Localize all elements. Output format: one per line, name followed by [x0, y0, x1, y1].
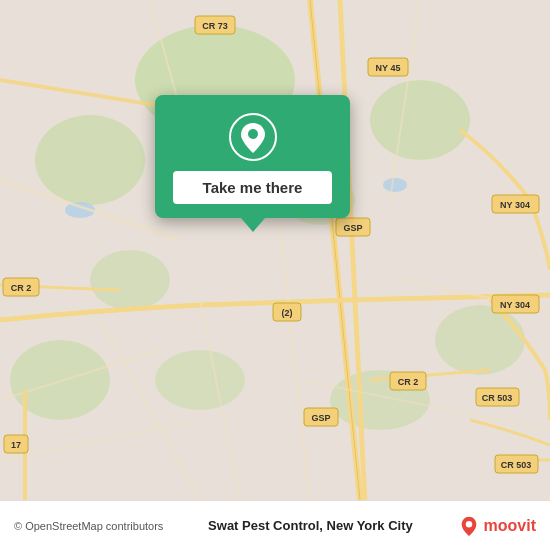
- svg-text:CR 503: CR 503: [482, 393, 513, 403]
- svg-point-3: [90, 250, 170, 310]
- take-me-there-button[interactable]: Take me there: [173, 171, 332, 204]
- location-title: Swat Pest Control, New York City: [163, 518, 457, 533]
- svg-point-9: [155, 350, 245, 410]
- svg-text:CR 2: CR 2: [11, 283, 32, 293]
- bottom-bar: © OpenStreetMap contributors Swat Pest C…: [0, 500, 550, 550]
- moovit-text: moovit: [484, 517, 536, 535]
- svg-point-52: [465, 520, 471, 526]
- moovit-logo: moovit: [458, 515, 536, 537]
- moovit-pin-icon: [458, 515, 480, 537]
- svg-point-51: [248, 129, 258, 139]
- svg-point-2: [35, 115, 145, 205]
- svg-text:NY 45: NY 45: [376, 63, 401, 73]
- svg-text:NY 304: NY 304: [500, 300, 530, 310]
- svg-text:CR 2: CR 2: [398, 377, 419, 387]
- svg-point-4: [370, 80, 470, 160]
- svg-point-11: [383, 178, 407, 192]
- svg-text:GSP: GSP: [311, 413, 330, 423]
- popup-card: Take me there: [155, 95, 350, 218]
- svg-point-5: [435, 305, 525, 375]
- location-pin-icon: [229, 113, 277, 161]
- svg-text:GSP: GSP: [343, 223, 362, 233]
- svg-text:CR 73: CR 73: [202, 21, 228, 31]
- svg-text:CR 503: CR 503: [501, 460, 532, 470]
- svg-text:NY 304: NY 304: [500, 200, 530, 210]
- svg-text:(2): (2): [282, 308, 293, 318]
- osm-attribution: © OpenStreetMap contributors: [14, 520, 163, 532]
- map-container[interactable]: CR 73 NY 45 NY 304 NY 304 CR 2 (2) GSP G…: [0, 0, 550, 500]
- svg-text:17: 17: [11, 440, 21, 450]
- map-svg: CR 73 NY 45 NY 304 NY 304 CR 2 (2) GSP G…: [0, 0, 550, 500]
- attribution-area: © OpenStreetMap contributors: [14, 520, 163, 532]
